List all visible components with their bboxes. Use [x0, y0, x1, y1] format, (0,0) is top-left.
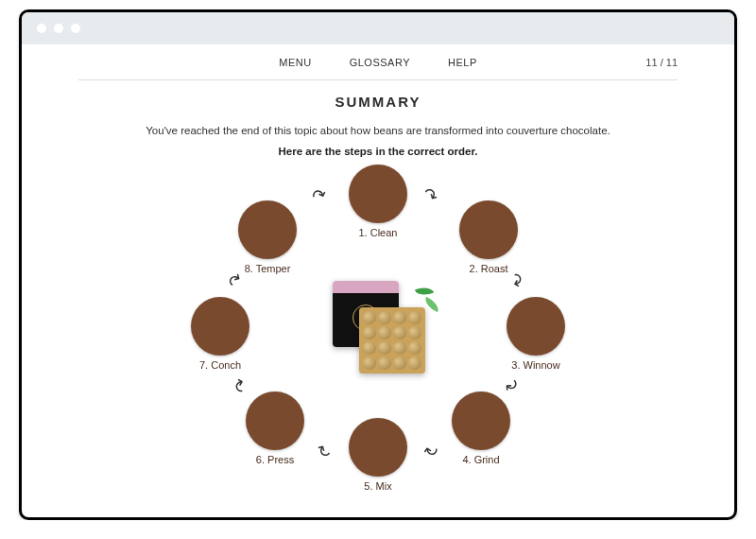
- page-counter: 11 / 11: [645, 57, 678, 68]
- top-nav: MENU GLOSSARY HELP 11 / 11: [78, 44, 678, 80]
- step-label: 3. Winnow: [501, 359, 571, 371]
- step-press: 6. Press: [240, 391, 310, 465]
- step-temper: 8. Temper: [232, 200, 302, 274]
- page-content: SUMMARY You've reached the end of this t…: [22, 80, 734, 496]
- step-conch: 7. Conch: [185, 297, 255, 371]
- arrow-icon: ↷: [420, 183, 442, 209]
- arrow-icon: ↷: [314, 437, 336, 462]
- nav-help[interactable]: HELP: [448, 57, 477, 68]
- titlebar: [22, 12, 734, 44]
- process-diagram: 1. Clean 2. Roast 3. Winnow 4. Grind 5. …: [161, 165, 595, 486]
- arrow-icon: ↷: [309, 183, 330, 208]
- page-title: SUMMARY: [60, 94, 696, 110]
- step-clean-image: [349, 165, 407, 223]
- step-label: 2. Roast: [454, 263, 524, 274]
- nav-links: MENU GLOSSARY HELP: [279, 57, 476, 68]
- step-winnow: 3. Winnow: [501, 297, 571, 371]
- center-product-image: [321, 273, 435, 377]
- step-label: 6. Press: [240, 454, 310, 465]
- step-temper-image: [238, 200, 297, 259]
- step-label: 5. Mix: [343, 480, 413, 492]
- step-roast-image: [459, 200, 518, 259]
- step-label: 7. Conch: [185, 359, 255, 371]
- step-roast: 2. Roast: [454, 200, 524, 274]
- step-label: 4. Grind: [446, 454, 516, 465]
- browser-frame: MENU GLOSSARY HELP 11 / 11 SUMMARY You'v…: [19, 9, 737, 520]
- step-press-image: [246, 391, 304, 450]
- step-winnow-image: [507, 297, 565, 356]
- step-label: 8. Temper: [232, 263, 302, 274]
- window-dot-3: [71, 24, 80, 33]
- product-box-gold: [359, 307, 425, 374]
- step-mix: 5. Mix: [343, 418, 413, 492]
- subheading: Here are the steps in the correct order.: [60, 146, 696, 157]
- step-mix-image: [349, 418, 407, 477]
- leaf-icon: [415, 284, 434, 299]
- intro-text: You've reached the end of this topic abo…: [60, 125, 696, 136]
- nav-glossary[interactable]: GLOSSARY: [350, 57, 410, 68]
- window-dot-1: [37, 24, 46, 33]
- nav-menu[interactable]: MENU: [279, 57, 311, 68]
- arrow-icon: ↷: [421, 438, 439, 461]
- window-dot-2: [54, 24, 63, 33]
- step-label: 1. Clean: [343, 227, 413, 238]
- step-conch-image: [191, 297, 249, 356]
- step-clean: 1. Clean: [343, 165, 413, 238]
- step-grind: 4. Grind: [446, 391, 516, 465]
- step-grind-image: [452, 391, 510, 450]
